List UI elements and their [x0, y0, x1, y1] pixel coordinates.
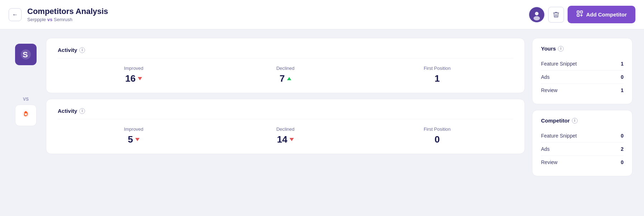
competitor-sidebar-title-text: Competitor — [541, 117, 570, 124]
yours-declined-label: Declined — [210, 66, 361, 71]
right-section: Yours i Feature Snippet 1 Ads 0 Review 1… — [532, 38, 633, 182]
competitor-activity-info-icon[interactable]: i — [79, 108, 85, 114]
main-content: S VS Activity — [0, 29, 644, 191]
yours-first-position-value: 1 — [434, 73, 439, 84]
competitor-activity-card: Activity i Improved 5 Declined 14 — [46, 99, 525, 154]
competitor-feature-snippet-label: Feature Snippet — [541, 133, 577, 139]
page-header: ← Competitors Analysis Serppple vs Semru… — [0, 0, 644, 29]
add-competitor-label: Add Competitor — [586, 11, 627, 18]
yours-improved-label: Improved — [58, 66, 210, 71]
yours-ads-label: Ads — [541, 74, 550, 80]
page-subtitle: Serppple vs Semrush — [27, 17, 108, 22]
competitor-feature-snippet-row: Feature Snippet 0 — [541, 129, 624, 143]
yours-activity-card: Activity i Improved 16 Declined 7 — [46, 38, 525, 93]
yours-ads-value: 0 — [621, 74, 624, 80]
header-left: ← Competitors Analysis Serppple vs Semru… — [9, 7, 108, 22]
yours-first-position-label: First Position — [361, 66, 513, 71]
left-section: S VS Activity — [11, 38, 525, 182]
yours-logo: S — [15, 44, 37, 65]
competitor-improved-stat: Improved 5 — [58, 126, 210, 145]
svg-rect-4 — [580, 11, 582, 13]
competitor-feature-snippet-value: 0 — [621, 133, 624, 139]
competitor-ads-value: 2 — [621, 146, 624, 152]
svg-rect-3 — [577, 11, 579, 13]
yours-improved-value-row: 16 — [58, 73, 210, 84]
competitor-review-row: Review 0 — [541, 156, 624, 169]
cards-column: Activity i Improved 16 Declined 7 — [46, 38, 525, 182]
competitor-review-label: Review — [541, 159, 558, 165]
svg-point-12 — [25, 113, 27, 115]
competitor-stats-row: Improved 5 Declined 14 — [58, 126, 513, 145]
competitor-improved-label: Improved — [58, 126, 210, 132]
yours-review-label: Review — [541, 87, 558, 93]
yours-activity-header: Activity i — [58, 47, 513, 58]
competitor-improved-value: 5 — [128, 134, 133, 145]
yours-review-row: Review 1 — [541, 84, 624, 97]
subtitle-yours: Serppple — [27, 17, 46, 22]
yours-declined-trend-icon — [287, 77, 291, 80]
competitor-sidebar-info-icon[interactable]: i — [572, 118, 578, 124]
competitor-sidebar-title: Competitor i — [541, 117, 624, 124]
subtitle-competitor: Semrush — [54, 17, 72, 22]
subtitle-vs: vs — [47, 17, 54, 22]
competitor-declined-label: Declined — [210, 126, 361, 132]
competitor-declined-stat: Declined 14 — [210, 126, 361, 145]
serppple-icon: S — [19, 48, 32, 61]
yours-sidebar-info-icon[interactable]: i — [558, 46, 564, 52]
competitor-activity-header: Activity i — [58, 108, 513, 119]
trash-icon — [553, 11, 560, 18]
yours-stats-row: Improved 16 Declined 7 — [58, 66, 513, 84]
competitor-declined-value: 14 — [277, 134, 287, 145]
svg-point-1 — [535, 12, 539, 15]
yours-improved-trend-icon — [138, 77, 142, 80]
brand-column: S VS — [11, 38, 40, 182]
competitor-review-value: 0 — [621, 159, 624, 165]
yours-first-position-value-row: 1 — [361, 73, 513, 84]
grid-plus-icon — [576, 10, 583, 17]
svg-rect-5 — [577, 14, 579, 16]
competitor-ads-label: Ads — [541, 146, 550, 152]
competitor-ads-row: Ads 2 — [541, 143, 624, 156]
add-competitor-icon — [576, 10, 583, 19]
svg-point-2 — [533, 16, 540, 20]
yours-sidebar-title: Yours i — [541, 45, 624, 52]
yours-feature-snippet-row: Feature Snippet 1 — [541, 57, 624, 71]
back-button[interactable]: ← — [9, 8, 22, 21]
yours-first-position-stat: First Position 1 — [361, 66, 513, 84]
competitor-first-position-stat: First Position 0 — [361, 126, 513, 145]
yours-declined-value-row: 7 — [210, 73, 361, 84]
yours-activity-info-icon[interactable]: i — [79, 47, 85, 53]
avatar-icon — [531, 9, 542, 20]
competitor-logo — [15, 105, 37, 126]
svg-text:S: S — [23, 50, 28, 59]
semrush-icon — [19, 108, 33, 123]
competitor-improved-value-row: 5 — [58, 134, 210, 145]
yours-declined-value: 7 — [279, 73, 285, 84]
yours-declined-stat: Declined 7 — [210, 66, 361, 84]
yours-improved-stat: Improved 16 — [58, 66, 210, 84]
yours-activity-label: Activity — [58, 47, 77, 53]
delete-button[interactable] — [548, 7, 564, 23]
competitor-sidebar-card: Competitor i Feature Snippet 0 Ads 2 Rev… — [532, 110, 633, 176]
competitor-activity-label: Activity — [58, 108, 77, 114]
title-block: Competitors Analysis Serppple vs Semrush — [27, 7, 108, 22]
page-title: Competitors Analysis — [27, 7, 108, 16]
header-right: Add Competitor — [529, 6, 635, 23]
yours-sidebar-title-text: Yours — [541, 45, 556, 52]
vs-label: VS — [23, 97, 29, 102]
competitor-declined-trend-icon — [290, 138, 294, 141]
yours-sidebar-card: Yours i Feature Snippet 1 Ads 0 Review 1 — [532, 38, 633, 104]
competitor-declined-value-row: 14 — [210, 134, 361, 145]
add-competitor-button[interactable]: Add Competitor — [568, 6, 635, 23]
avatar-button[interactable] — [529, 7, 545, 23]
back-icon: ← — [12, 11, 18, 18]
competitor-first-position-value-row: 0 — [361, 134, 513, 145]
yours-improved-value: 16 — [125, 73, 136, 84]
competitor-improved-trend-icon — [135, 138, 140, 141]
yours-feature-snippet-value: 1 — [621, 61, 624, 67]
yours-ads-row: Ads 0 — [541, 71, 624, 84]
yours-feature-snippet-label: Feature Snippet — [541, 61, 577, 67]
competitor-first-position-value: 0 — [434, 134, 439, 145]
yours-review-value: 1 — [621, 87, 624, 93]
competitor-first-position-label: First Position — [361, 126, 513, 132]
